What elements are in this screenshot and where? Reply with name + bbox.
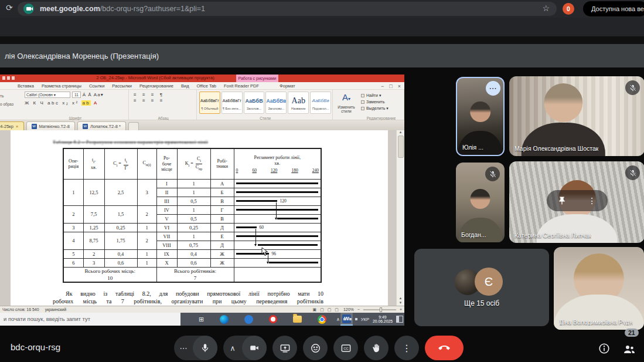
present-screen-button[interactable] (272, 336, 297, 360)
tile-kebab-icon[interactable]: ⋮ (588, 196, 597, 205)
change-styles-button[interactable]: A▾ Изменить стили (334, 90, 359, 120)
document-tab[interactable]: WМатвієнко.Т2-8 (26, 121, 75, 130)
taskbar-search-input[interactable]: и почати пошук, введіть запит тут (0, 313, 180, 326)
zoom-in-icon[interactable]: + (400, 307, 402, 312)
font-name-box[interactable]: Calibri (Основн ▾ (25, 92, 70, 98)
app-icon[interactable] (244, 315, 253, 324)
update-available-button[interactable]: Доступна нова ве (583, 1, 644, 16)
word-ribbon-tab[interactable]: Разметка страницы (42, 83, 81, 89)
keyboard-language[interactable]: УКР (361, 317, 369, 322)
extension-badge[interactable]: 0 (563, 3, 574, 15)
participants-icon[interactable] (622, 342, 636, 356)
tray-expand-icon[interactable]: ∧ (336, 317, 340, 322)
action-center-icon[interactable] (396, 316, 403, 323)
editing-item[interactable]: Найти ▾ (361, 92, 401, 99)
mic-options-icon[interactable]: ⋯ (174, 344, 193, 353)
tray-icon[interactable] (355, 318, 357, 320)
view-mode-icons[interactable]: ▣ ▢ ▢ ▢ (313, 307, 340, 312)
file-explorer-icon[interactable] (293, 316, 302, 323)
tray-icon[interactable] (349, 318, 352, 320)
chrome-icon[interactable] (318, 315, 326, 324)
end-call-button[interactable] (425, 336, 464, 360)
page-down-icon[interactable]: ▼ (399, 301, 403, 305)
word-ribbon-tabs-row: ВставкаРазметка страницыСсылкиРассылкиРе… (0, 82, 404, 90)
restore-icon[interactable]: □ (389, 83, 392, 89)
editing-item[interactable]: Выделить ▾ (361, 105, 401, 111)
document-tab[interactable]: WЛопатюк.Т2-8 * (77, 121, 126, 130)
word-ribbon-tab[interactable]: Вставка (18, 83, 34, 89)
editing-item[interactable]: Заменить (361, 99, 401, 105)
style-chip[interactable]: АаБбВЗаголов... (244, 92, 265, 114)
url-bar[interactable]: meet.google.com/bdc-orqu-rsg?authuser=1&… (18, 2, 557, 16)
browser-window-strip (0, 18, 644, 36)
word-ribbon-tab[interactable]: Office Tab (197, 83, 217, 89)
style-chip[interactable]: АаБбВвГг¶ Без инте... (222, 92, 243, 114)
word-ribbon-tab[interactable]: Рецензирование (139, 83, 173, 89)
word-ribbon-tab[interactable]: Foxit Reader PDF (224, 83, 259, 89)
captions-button[interactable]: CC (333, 336, 358, 360)
reactions-button[interactable] (303, 336, 328, 360)
camera-options-icon[interactable]: ∧ (223, 344, 242, 353)
task-view-icon[interactable]: ⊞ (197, 315, 206, 324)
pin-icon[interactable] (557, 196, 567, 205)
paragraph-buttons-row1[interactable]: ≡ ≡ ≡ ¶ (134, 92, 193, 97)
clock[interactable]: 9:4920.06.2025 (373, 315, 393, 324)
reload-icon[interactable]: ⟳ (6, 3, 13, 12)
word-count[interactable]: Число слов: 16 540 (2, 307, 39, 312)
participant-tile[interactable]: Богдан... (456, 163, 505, 242)
vertical-scrollbar[interactable]: ▲ ▲ ▼ (396, 130, 404, 306)
minimize-icon[interactable]: − (381, 83, 384, 89)
mic-control-group[interactable]: ⋯ (174, 336, 217, 360)
more-options-button[interactable]: ⋮ (394, 336, 419, 360)
opera-icon[interactable] (269, 315, 277, 323)
word-ribbon-tab[interactable]: Ссылки (89, 83, 104, 89)
style-chip[interactable]: АаБбВвЗаголово... (265, 92, 287, 114)
paragraph-buttons-row2[interactable]: ≡ ≡ ≡ ≡ (134, 98, 193, 103)
word-context-tab[interactable]: Работа с рисунками (236, 75, 278, 82)
participant-tile[interactable]: Марія Олександрівна Шостак (509, 76, 644, 156)
word-ribbon-tab[interactable]: Вид (181, 83, 189, 89)
zoom-level[interactable]: 120% (343, 307, 354, 312)
tile-hover-actions[interactable]: ⋮ (547, 190, 608, 211)
camera-button[interactable] (242, 336, 267, 360)
scroll-up-icon[interactable]: ▲ (399, 130, 403, 134)
zoom-slider[interactable] (363, 309, 396, 310)
zoom-out-icon[interactable]: − (357, 307, 360, 312)
font-size-box[interactable]: 11 (72, 92, 81, 98)
font-format-buttons[interactable]: Ж К Ч abc x₂ x² ab А (25, 100, 126, 106)
word-ribbon-tab[interactable]: Формат (280, 83, 295, 89)
word-doc-icon: W (83, 124, 88, 129)
raise-hand-button[interactable] (364, 336, 389, 360)
style-chip[interactable]: АаБбВвПодзагол... (310, 92, 331, 114)
quick-access-toolbar[interactable] (2, 76, 15, 80)
ribbon-group-font: Calibri (Основн ▾ 11 А́ А̌ Аа▾ Ж К Ч abc… (22, 90, 129, 120)
meeting-code: bdc-orqu-rsg (11, 342, 60, 352)
overflow-participants-tile[interactable]: Є Ще 15 осіб (414, 249, 549, 326)
word-ribbon-tab[interactable]: Рассылки (112, 83, 132, 89)
edge-icon[interactable] (220, 315, 229, 324)
document-paragraph: Як видно із таблиці 8.2, для побудови пр… (53, 290, 323, 305)
participants-count-badge: 21 (625, 329, 639, 337)
participant-tile[interactable]: ⋮ Катерина Сергіївна Липчак (509, 161, 644, 243)
screen-share-word-window[interactable]: 2 ОБ_24-25кр - Microsoft Word (Сбой акти… (0, 75, 404, 326)
participant-tile[interactable]: Діна Володимирівна Рудн (554, 247, 644, 330)
participant-name: Юлія ... (462, 144, 483, 151)
word-title-bar: 2 ОБ_24-25кр - Microsoft Word (Сбой акти… (0, 75, 404, 82)
close-icon[interactable]: × (398, 83, 401, 89)
document-tab[interactable]: 2 ОБ_24-25кр× (0, 121, 24, 130)
document-page[interactable]: Таблиця 8.2 – Розрахунок основних параме… (11, 130, 388, 306)
new-tab-stub[interactable] (128, 122, 139, 130)
meeting-info-icon[interactable] (598, 342, 611, 355)
camera-control-group[interactable]: ∧ (223, 336, 267, 360)
language-indicator[interactable]: украинский (45, 307, 67, 312)
style-chip[interactable]: АаБбВвГг¶ Обычный (199, 92, 220, 114)
scroll-down-icon[interactable]: ▲ (399, 296, 403, 300)
font-grow-shrink-icons[interactable]: А́ А̌ Аа▾ (83, 92, 104, 97)
participant-tile[interactable]: ⋯ Юлія ... (456, 77, 505, 156)
tray-icon[interactable] (343, 318, 346, 320)
bookmark-star-icon[interactable]: ☆ (542, 4, 550, 13)
scrollbar-thumb[interactable] (398, 136, 404, 158)
tile-more-icon[interactable]: ⋯ (486, 81, 500, 96)
style-chip[interactable]: AabНазвание (288, 92, 309, 114)
mic-button[interactable] (193, 336, 217, 360)
